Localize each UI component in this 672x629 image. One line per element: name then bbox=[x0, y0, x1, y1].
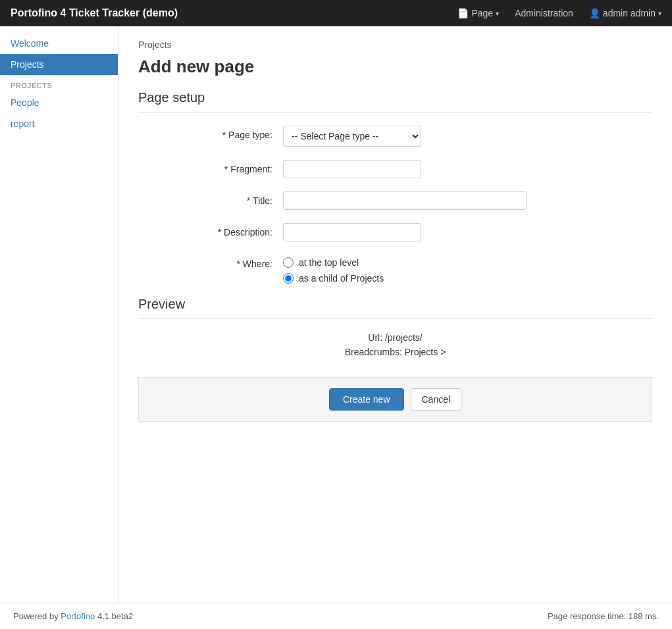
page-menu[interactable]: 📄 Page ▾ bbox=[457, 8, 499, 18]
action-bar: Create new Cancel bbox=[138, 377, 652, 422]
section-title-setup: Page setup bbox=[138, 90, 652, 113]
footer-powered-by: Powered by Portofino 4.1.beta2 bbox=[13, 611, 133, 621]
preview-title: Preview bbox=[138, 297, 652, 319]
page-icon: 📄 bbox=[457, 8, 469, 18]
sidebar-item-welcome[interactable]: Welcome bbox=[0, 33, 118, 54]
where-radio-child[interactable] bbox=[283, 273, 294, 284]
where-option-top-level[interactable]: at the top level bbox=[283, 257, 384, 268]
create-new-button[interactable]: Create new bbox=[329, 388, 404, 411]
sidebar-item-welcome-label: Welcome bbox=[11, 38, 49, 49]
footer: Powered by Portofino 4.1.beta2 Page resp… bbox=[0, 603, 672, 629]
form-group-title: * Title: bbox=[138, 191, 652, 210]
page-type-label: * Page type: bbox=[138, 126, 283, 140]
user-caret-icon: ▾ bbox=[658, 10, 661, 17]
title-label: * Title: bbox=[138, 191, 283, 206]
sidebar-item-people[interactable]: People bbox=[0, 92, 118, 113]
page-type-select[interactable]: -- Select Page type -- Crud Chart Text C… bbox=[283, 126, 421, 147]
fragment-input[interactable] bbox=[283, 160, 421, 178]
administration-link[interactable]: Administration bbox=[515, 8, 573, 18]
sidebar-item-projects[interactable]: Projects bbox=[0, 54, 118, 75]
sidebar-item-people-label: People bbox=[11, 97, 39, 108]
page-layout: Welcome Projects PROJECTS People report … bbox=[0, 26, 672, 603]
user-label: admin admin bbox=[603, 8, 656, 18]
form-group-fragment: * Fragment: bbox=[138, 160, 652, 178]
description-label: * Description: bbox=[138, 223, 283, 238]
description-input[interactable] bbox=[283, 223, 421, 241]
where-radio-group: at the top level as a child of Projects bbox=[283, 255, 384, 284]
sidebar-section-projects: PROJECTS bbox=[0, 75, 118, 92]
sidebar-item-report-label: report bbox=[11, 118, 35, 129]
footer-response-time: Page response time: 188 ms. bbox=[548, 611, 659, 621]
main-content: Projects Add new page Page setup * Page … bbox=[118, 26, 672, 603]
portofino-link[interactable]: Portofino bbox=[61, 611, 95, 621]
sidebar: Welcome Projects PROJECTS People report bbox=[0, 26, 118, 603]
where-label: * Where: bbox=[138, 255, 283, 269]
where-option-child[interactable]: as a child of Projects bbox=[283, 273, 384, 284]
navbar-items: 📄 Page ▾ Administration 👤 admin admin ▾ bbox=[457, 8, 661, 18]
breadcrumb: Projects bbox=[138, 39, 652, 50]
preview-url: Url: /projects/ bbox=[138, 332, 652, 343]
title-input[interactable] bbox=[283, 191, 527, 210]
footer-powered-by-text: Powered by bbox=[13, 611, 61, 621]
sidebar-item-projects-label: Projects bbox=[11, 59, 44, 70]
user-menu[interactable]: 👤 admin admin ▾ bbox=[589, 8, 661, 18]
fragment-label: * Fragment: bbox=[138, 160, 283, 174]
preview-info: Url: /projects/ Breadcrumbs: Projects > bbox=[138, 332, 652, 357]
form-group-where: * Where: at the top level as a child of … bbox=[138, 255, 652, 284]
form-group-page-type: * Page type: -- Select Page type -- Crud… bbox=[138, 126, 652, 147]
page-menu-label: Page bbox=[471, 8, 493, 18]
page-caret-icon: ▾ bbox=[496, 10, 499, 17]
cancel-button[interactable]: Cancel bbox=[411, 388, 462, 411]
sidebar-item-report[interactable]: report bbox=[0, 113, 118, 134]
page-title: Add new page bbox=[138, 57, 652, 77]
preview-section: Preview Url: /projects/ Breadcrumbs: Pro… bbox=[138, 297, 652, 422]
page-setup-section: Page setup * Page type: -- Select Page t… bbox=[138, 90, 652, 284]
preview-breadcrumbs: Breadcrumbs: Projects > bbox=[138, 347, 652, 357]
top-navbar: Portofino 4 Ticket Tracker (demo) 📄 Page… bbox=[0, 0, 672, 26]
where-child-label: as a child of Projects bbox=[299, 273, 384, 284]
app-brand: Portofino 4 Ticket Tracker (demo) bbox=[11, 7, 457, 19]
form-group-description: * Description: bbox=[138, 223, 652, 241]
footer-version: 4.1.beta2 bbox=[95, 611, 133, 621]
where-radio-top[interactable] bbox=[283, 257, 294, 268]
where-top-level-label: at the top level bbox=[299, 257, 359, 268]
user-icon: 👤 bbox=[589, 8, 600, 18]
